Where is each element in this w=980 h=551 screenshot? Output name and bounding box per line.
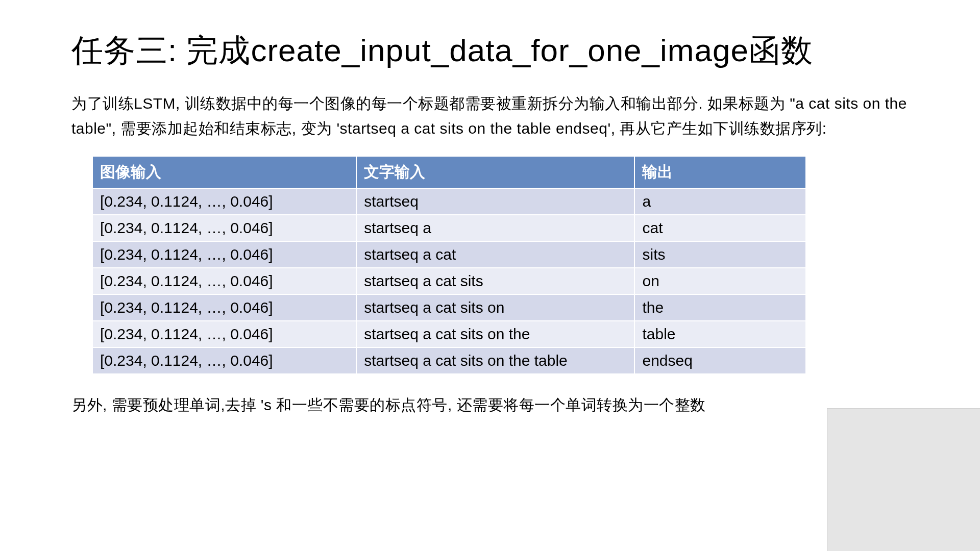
table-row: [0.234, 0.1124, …, 0.046] startseq a cat… <box>92 321 806 347</box>
cell-output: on <box>634 268 806 294</box>
cell-image-input: [0.234, 0.1124, …, 0.046] <box>92 215 356 241</box>
table-row: [0.234, 0.1124, …, 0.046] startseq a cat… <box>92 347 806 374</box>
table-row: [0.234, 0.1124, …, 0.046] startseq a cat… <box>92 268 806 294</box>
cell-output: sits <box>634 241 806 268</box>
cell-image-input: [0.234, 0.1124, …, 0.046] <box>92 321 356 347</box>
col-header-output: 输出 <box>634 156 806 188</box>
cell-image-input: [0.234, 0.1124, …, 0.046] <box>92 241 356 268</box>
cell-image-input: [0.234, 0.1124, …, 0.046] <box>92 268 356 294</box>
cell-output: the <box>634 294 806 321</box>
cell-output: table <box>634 321 806 347</box>
table-row: [0.234, 0.1124, …, 0.046] startseq a cat <box>92 215 806 241</box>
cell-text-input: startseq a cat sits on the table <box>356 347 634 374</box>
footnote-paragraph: 另外, 需要预处理单词,去掉 's 和一些不需要的标点符号, 还需要将每一个单词… <box>71 393 909 417</box>
corner-overlay-box <box>827 408 980 551</box>
cell-text-input: startseq <box>356 188 634 215</box>
cell-text-input: startseq a cat sits <box>356 268 634 294</box>
cell-image-input: [0.234, 0.1124, …, 0.046] <box>92 188 356 215</box>
cell-image-input: [0.234, 0.1124, …, 0.046] <box>92 294 356 321</box>
cell-output: a <box>634 188 806 215</box>
cell-text-input: startseq a cat sits on the <box>356 321 634 347</box>
cell-image-input: [0.234, 0.1124, …, 0.046] <box>92 347 356 374</box>
table-row: [0.234, 0.1124, …, 0.046] startseq a cat… <box>92 294 806 321</box>
training-data-table: 图像输入 文字输入 输出 [0.234, 0.1124, …, 0.046] s… <box>92 156 806 374</box>
description-paragraph: 为了训练LSTM, 训练数据中的每一个图像的每一个标题都需要被重新拆分为输入和输… <box>71 91 909 141</box>
table-row: [0.234, 0.1124, …, 0.046] startseq a <box>92 188 806 215</box>
cell-text-input: startseq a cat <box>356 241 634 268</box>
col-header-text-input: 文字输入 <box>356 156 634 188</box>
col-header-image-input: 图像输入 <box>92 156 356 188</box>
cell-text-input: startseq a <box>356 215 634 241</box>
cell-output: cat <box>634 215 806 241</box>
table-row: [0.234, 0.1124, …, 0.046] startseq a cat… <box>92 241 806 268</box>
slide-title: 任务三: 完成create_input_data_for_one_image函数 <box>71 31 909 70</box>
table-header-row: 图像输入 文字输入 输出 <box>92 156 806 188</box>
training-data-table-wrap: 图像输入 文字输入 输出 [0.234, 0.1124, …, 0.046] s… <box>92 156 909 374</box>
cell-output: endseq <box>634 347 806 374</box>
cell-text-input: startseq a cat sits on <box>356 294 634 321</box>
